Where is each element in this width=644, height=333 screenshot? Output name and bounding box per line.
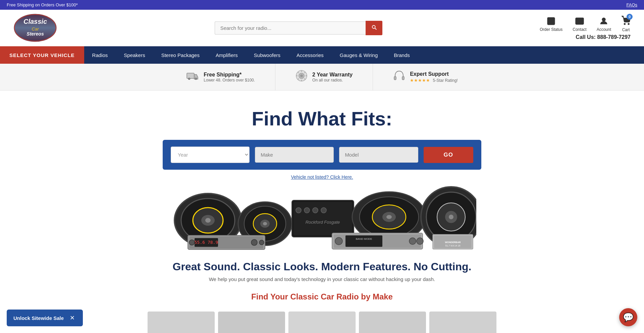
benefit-free-shipping: Free Shipping* Lower 48. Orders over $10… bbox=[166, 64, 275, 90]
benefit-support-text: Expert Support ★★★★★ 5-Star Rating! bbox=[410, 71, 458, 83]
benefit-support: Expert Support ★★★★★ 5-Star Rating! bbox=[373, 64, 478, 90]
svg-text:BAND MODE: BAND MODE bbox=[356, 237, 372, 240]
nav-item-brands[interactable]: Brands bbox=[386, 46, 418, 64]
cart-link[interactable]: 0 Cart bbox=[621, 16, 631, 32]
order-status-link[interactable]: Order Status bbox=[540, 16, 562, 32]
truck-icon bbox=[186, 71, 199, 83]
svg-text:55.6 78.9: 55.6 78.9 bbox=[195, 240, 218, 245]
contact-label: Contact bbox=[573, 27, 586, 32]
unlock-sale-banner[interactable]: Unlock Sitewide Sale ✕ bbox=[7, 310, 83, 326]
main-navigation: SELECT YOUR VEHICLE Radios Speakers Ster… bbox=[0, 46, 644, 64]
benefit-warranty-text: 2 Year Warranty On all our radios. bbox=[312, 72, 353, 82]
account-label: Account bbox=[597, 27, 611, 32]
nav-item-speakers[interactable]: Speakers bbox=[116, 46, 153, 64]
svg-point-19 bbox=[196, 78, 197, 79]
svg-text:Car: Car bbox=[32, 26, 39, 32]
make-input[interactable] bbox=[255, 147, 334, 163]
search-input[interactable] bbox=[215, 21, 366, 35]
svg-text:51.7  9.8  14 16: 51.7 9.8 14 16 bbox=[445, 244, 461, 247]
make-thumbnails bbox=[7, 308, 637, 333]
account-link[interactable]: Account bbox=[597, 16, 611, 32]
order-status-label: Order Status bbox=[540, 27, 562, 32]
find-by-make: Find Your Classic Car Radio by Make bbox=[7, 285, 637, 308]
phone-number: Call Us: 888-789-7297 bbox=[576, 34, 631, 40]
svg-point-29 bbox=[205, 218, 211, 223]
make-thumb-3[interactable] bbox=[288, 312, 356, 333]
svg-point-46 bbox=[386, 215, 392, 219]
nav-item-gauges-wiring[interactable]: Gauges & Wiring bbox=[332, 46, 386, 64]
great-sound-title: Great Sound. Classic Looks. Modern Featu… bbox=[13, 261, 631, 273]
vehicle-finder: Year GO bbox=[163, 140, 481, 170]
gear-icon bbox=[296, 70, 308, 84]
headphone-icon bbox=[393, 70, 405, 84]
svg-point-12 bbox=[602, 18, 605, 21]
svg-rect-15 bbox=[187, 73, 194, 78]
top-announcement-bar: Free Shipping on Orders Over $100* FAQs bbox=[0, 0, 644, 10]
make-thumb-1[interactable] bbox=[148, 312, 215, 333]
svg-point-58 bbox=[259, 240, 264, 245]
svg-point-14 bbox=[628, 23, 629, 25]
order-status-icon bbox=[546, 16, 556, 26]
svg-point-65 bbox=[417, 238, 423, 244]
nav-item-radios[interactable]: Radios bbox=[84, 46, 116, 64]
make-thumb-4[interactable] bbox=[359, 312, 426, 333]
support-subtitle: 5-Star Rating! bbox=[433, 78, 458, 83]
svg-rect-36 bbox=[293, 202, 352, 235]
nav-item-stereo-packages[interactable]: Stereo Packages bbox=[153, 46, 208, 64]
nav-item-subwoofers[interactable]: Subwoofers bbox=[246, 46, 288, 64]
search-area bbox=[215, 21, 382, 35]
select-vehicle-button[interactable]: SELECT YOUR VEHICLE bbox=[0, 46, 84, 64]
not-listed-link[interactable]: Vehicle not listed? Click Here. bbox=[291, 174, 353, 180]
svg-text:WONDERBAR: WONDERBAR bbox=[445, 241, 461, 243]
announcement-text: Free Shipping on Orders Over $100* bbox=[7, 2, 78, 7]
cart-label: Cart bbox=[622, 27, 630, 32]
warranty-title: 2 Year Warranty bbox=[312, 72, 353, 78]
envelope-icon bbox=[575, 16, 584, 26]
chat-bubble[interactable]: 💬 bbox=[619, 308, 637, 326]
great-sound-description: We help you put great sound and today's … bbox=[13, 276, 631, 282]
svg-point-18 bbox=[189, 78, 190, 79]
support-stars: ★★★★★ 5-Star Rating! bbox=[410, 77, 458, 83]
svg-point-13 bbox=[624, 23, 626, 25]
cart-icon-wrapper: 0 bbox=[621, 16, 631, 26]
svg-point-61 bbox=[335, 237, 342, 245]
make-thumb-5[interactable] bbox=[429, 312, 496, 333]
year-select[interactable]: Year bbox=[171, 147, 250, 163]
svg-text:Rockford Fosgate: Rockford Fosgate bbox=[306, 220, 340, 225]
warranty-subtitle: On all our radios. bbox=[312, 78, 353, 82]
hero-title: Find What Fits: bbox=[7, 107, 637, 130]
go-button[interactable]: GO bbox=[424, 147, 473, 163]
svg-point-41 bbox=[321, 208, 326, 213]
faqs-link[interactable]: FAQs bbox=[626, 2, 637, 7]
svg-point-56 bbox=[189, 240, 195, 245]
svg-point-40 bbox=[313, 208, 318, 213]
header-right: Order Status Contact Account bbox=[540, 16, 631, 40]
product-showcase: Rockford Fosgate 55.6 78.9 bbox=[166, 180, 478, 251]
logo-area[interactable]: Classic Car Stereos bbox=[13, 14, 57, 42]
svg-point-34 bbox=[263, 222, 267, 225]
logo-svg: Classic Car Stereos bbox=[13, 14, 57, 42]
site-header: Classic Car Stereos Order Status bbox=[0, 10, 644, 46]
product-showcase-svg: Rockford Fosgate 55.6 78.9 bbox=[168, 180, 476, 251]
free-shipping-subtitle: Lower 48. Orders over $100. bbox=[204, 78, 255, 82]
nav-item-amplifiers[interactable]: Amplifiers bbox=[208, 46, 246, 64]
benefit-warranty: 2 Year Warranty On all our radios. bbox=[275, 64, 373, 90]
cart-count: 0 bbox=[627, 14, 633, 20]
svg-point-51 bbox=[449, 215, 453, 219]
svg-point-64 bbox=[409, 238, 416, 244]
support-title: Expert Support bbox=[410, 71, 458, 77]
nav-item-accessories[interactable]: Accessories bbox=[288, 46, 332, 64]
great-sound-section: Great Sound. Classic Looks. Modern Featu… bbox=[7, 251, 637, 285]
unlock-close-button[interactable]: ✕ bbox=[68, 314, 76, 322]
benefit-free-shipping-text: Free Shipping* Lower 48. Orders over $10… bbox=[204, 72, 255, 82]
svg-point-38 bbox=[296, 208, 301, 213]
make-thumb-2[interactable] bbox=[218, 312, 285, 333]
benefits-bar: Free Shipping* Lower 48. Orders over $10… bbox=[0, 64, 644, 91]
contact-link[interactable]: Contact bbox=[573, 16, 586, 32]
svg-rect-23 bbox=[394, 76, 396, 80]
free-shipping-title: Free Shipping* bbox=[204, 72, 255, 78]
svg-rect-24 bbox=[402, 76, 404, 80]
search-button[interactable] bbox=[366, 21, 382, 35]
hero-section: Find What Fits: Year GO Vehicle not list… bbox=[0, 91, 644, 333]
model-input[interactable] bbox=[339, 147, 418, 163]
